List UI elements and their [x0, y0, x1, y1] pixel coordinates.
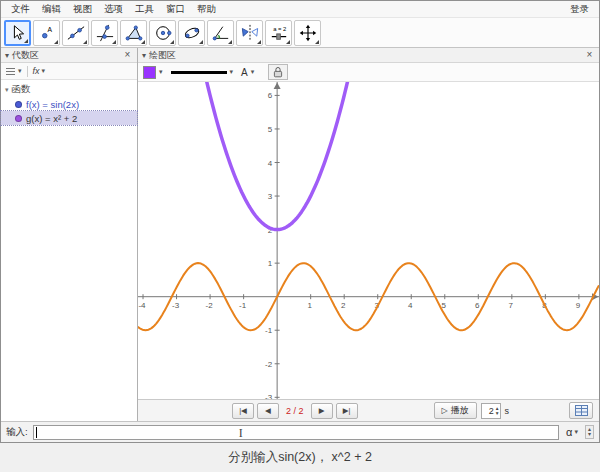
nav-first-button[interactable]: |◀ [232, 403, 254, 419]
svg-text:2: 2 [341, 301, 346, 310]
dropdown-icon: ▾ [18, 67, 22, 75]
speed-unit-label: s [505, 406, 510, 416]
tree-expander-icon[interactable]: ▾ [5, 86, 9, 94]
svg-text:9: 9 [576, 301, 581, 310]
svg-text:3: 3 [268, 192, 273, 201]
point-icon: A [38, 24, 56, 42]
color-picker-button[interactable]: ▾ [143, 66, 163, 79]
algebra-tree: ▾ 函数 f(x) = sin(2x) g(x) = x² + 2 [1, 80, 137, 421]
svg-text:-1: -1 [239, 301, 247, 310]
menu-view[interactable]: 视图 [67, 3, 98, 16]
svg-text:-1: -1 [265, 326, 273, 335]
svg-text:A: A [47, 26, 52, 33]
move-graphics-view-icon [299, 24, 317, 42]
algebra-panel-header[interactable]: ▾ 代数区 × [1, 48, 137, 63]
algebra-item-g[interactable]: g(x) = x² + 2 [1, 111, 137, 125]
tool-point-button[interactable]: A [33, 20, 60, 46]
svg-text:1: 1 [268, 259, 273, 268]
menu-file[interactable]: 文件 [5, 3, 36, 16]
object-label: f(x) = sin(2x) [26, 99, 79, 110]
symbol-alpha-button[interactable]: α ▾ [564, 426, 580, 438]
algebra-sort-button[interactable]: ▾ [5, 67, 22, 76]
tool-transform-button[interactable] [236, 20, 263, 46]
color-swatch [143, 66, 156, 79]
toolbar: A [1, 18, 599, 48]
algebra-item-f[interactable]: f(x) = sin(2x) [1, 97, 137, 111]
object-visibility-dot[interactable] [15, 101, 22, 108]
slider-icon: a = 2 [270, 24, 288, 42]
svg-text:5: 5 [268, 125, 273, 134]
spinner-arrows-icon[interactable]: ▴▾ [496, 406, 499, 415]
menu-help[interactable]: 帮助 [191, 3, 222, 16]
nav-play-controls: ▷ 播放 2 ▴▾ s [434, 402, 593, 419]
sort-list-icon [5, 67, 16, 76]
menu-window[interactable]: 窗口 [160, 3, 191, 16]
label-letter: A [241, 67, 248, 78]
svg-text:7: 7 [509, 301, 514, 310]
dropdown-icon: ▾ [574, 428, 578, 436]
svg-text:1: 1 [307, 301, 312, 310]
graphics-canvas[interactable]: -4-3-2-1123456789-3-2-1123456 [138, 82, 599, 399]
tool-circle-button[interactable] [149, 20, 176, 46]
graphics-view-panel: ▾ 绘图区 × ▾ ▾ A ▾ [138, 48, 599, 421]
fx-icon: fx [33, 66, 40, 76]
dropdown-icon: ▾ [251, 68, 255, 76]
lock-object-button[interactable] [268, 64, 288, 80]
speed-value: 2 [486, 406, 494, 416]
text-caret [36, 427, 37, 438]
graphics-panel-header[interactable]: ▾ 绘图区 × [138, 48, 599, 63]
input-label: 输入: [6, 426, 28, 439]
dropdown-icon: ▾ [230, 68, 234, 76]
dropdown-icon: ▾ [159, 68, 163, 76]
panel-menu-caret-icon[interactable]: ▾ [142, 51, 146, 60]
tool-move-button[interactable] [4, 20, 31, 46]
svg-text:-3: -3 [172, 301, 180, 310]
play-button[interactable]: ▷ 播放 [434, 402, 477, 419]
protocol-grid-icon [575, 405, 588, 416]
object-label: g(x) = x² + 2 [26, 113, 77, 124]
tree-group-functions[interactable]: ▾ 函数 [1, 82, 137, 97]
algebra-close-icon[interactable]: × [122, 50, 133, 60]
line-style-button[interactable]: ▾ [171, 68, 234, 76]
main-area: ▾ 代数区 × ▾ fx ▾ ▾ [1, 48, 599, 421]
signin-button[interactable]: 登录 [564, 3, 595, 16]
tool-polygon-button[interactable] [120, 20, 147, 46]
nav-forward-button[interactable]: ▶ [311, 403, 333, 419]
panel-menu-caret-icon[interactable]: ▾ [5, 51, 9, 60]
nav-back-button[interactable]: ◀ [257, 403, 279, 419]
play-label: 播放 [451, 404, 469, 417]
nav-step-indicator: 2 / 2 [282, 406, 308, 416]
tree-group-label: 函数 [12, 83, 31, 96]
tool-special-line-button[interactable] [91, 20, 118, 46]
tool-move-view-button[interactable] [294, 20, 321, 46]
polygon-icon [125, 24, 143, 42]
menu-tools[interactable]: 工具 [129, 3, 160, 16]
function-plot: -4-3-2-1123456789-3-2-1123456 [138, 82, 599, 399]
svg-text:a = 2: a = 2 [273, 26, 286, 32]
menu-edit[interactable]: 编辑 [36, 3, 67, 16]
svg-text:4: 4 [408, 301, 413, 310]
object-visibility-dot[interactable] [15, 115, 22, 122]
tool-angle-button[interactable] [207, 20, 234, 46]
nav-last-button[interactable]: ▶| [336, 403, 358, 419]
circle-icon [154, 24, 172, 42]
tool-line-button[interactable] [62, 20, 89, 46]
menu-options[interactable]: 选项 [98, 3, 129, 16]
command-input[interactable]: I [33, 425, 559, 440]
tool-slider-button[interactable]: a = 2 [265, 20, 292, 46]
construction-protocol-button[interactable] [569, 402, 593, 419]
algebra-stylebar: ▾ fx ▾ [1, 63, 137, 80]
algebra-filter-button[interactable]: fx ▾ [33, 66, 46, 76]
svg-text:5: 5 [442, 301, 447, 310]
move-cursor-icon [9, 24, 27, 42]
line-style-swatch [171, 71, 227, 74]
speed-spinner[interactable]: 2 ▴▾ [481, 403, 501, 419]
construction-navbar: |◀ ◀ 2 / 2 ▶ ▶| ▷ 播放 2 ▴▾ [138, 399, 599, 421]
graphics-panel-title: 绘图区 [149, 49, 176, 62]
svg-text:-4: -4 [138, 301, 146, 310]
tool-conic-button[interactable] [178, 20, 205, 46]
graphics-close-icon[interactable]: × [584, 50, 595, 60]
input-history-buttons[interactable]: ▴ ▾ [585, 425, 594, 439]
history-down-icon[interactable]: ▾ [588, 432, 591, 437]
label-style-button[interactable]: A ▾ [241, 67, 254, 78]
